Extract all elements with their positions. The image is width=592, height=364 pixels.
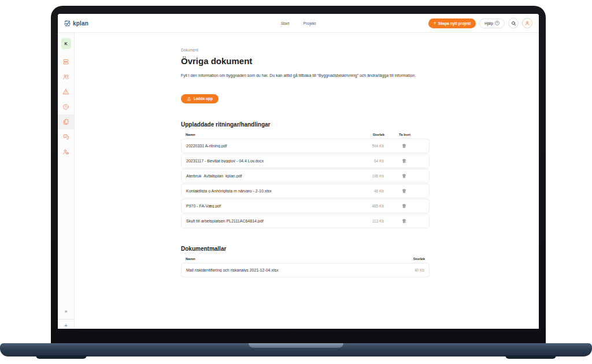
- file-name: 20231117 - Beviljat bygglov - 04.4 Lov.d…: [186, 159, 343, 163]
- templates-section-title: Dokumentmallar: [181, 246, 430, 252]
- plus-icon: +: [434, 21, 436, 26]
- help-button[interactable]: Hjälp ?: [479, 18, 505, 28]
- workspace-avatar[interactable]: K: [61, 38, 71, 49]
- upload-button[interactable]: Ladda upp: [181, 94, 219, 103]
- file-name: Kontaktlista o Anhöriglista m närvaro - …: [186, 189, 343, 193]
- laptop-lid-notch: [249, 343, 343, 348]
- upload-button-label: Ladda upp: [194, 96, 213, 101]
- templates-table: Namn Storlek Mall riskidentifiering och …: [181, 254, 430, 277]
- file-name: Mall riskidentifiering och riskanalys 20…: [186, 268, 384, 272]
- table-row: P970 - FA-Væg.pdf 485 Kb: [181, 199, 430, 213]
- column-header-size: Storlek: [384, 257, 425, 261]
- create-project-button[interactable]: + Skapa nytt projekt: [428, 18, 476, 28]
- profile-icon: [524, 20, 530, 26]
- chat-icon: [62, 133, 69, 140]
- overview-icon: [62, 58, 69, 65]
- kplan-logo-icon: [64, 20, 71, 27]
- sidebar-expand-button[interactable]: »: [64, 309, 67, 319]
- time-icon: [62, 103, 69, 110]
- delete-file-button[interactable]: [402, 218, 406, 224]
- trash-icon: [402, 143, 406, 148]
- sidebar-item-team[interactable]: [58, 69, 74, 84]
- sidebar-item-time[interactable]: [58, 99, 74, 114]
- search-button[interactable]: [508, 18, 519, 28]
- table-row: 20231117 - Beviljat bygglov - 04.4 Lov.d…: [181, 154, 430, 168]
- laptop-lid: kplan Start Projekt + Skapa nytt projekt…: [51, 6, 546, 344]
- trash-icon: [402, 218, 406, 224]
- file-size: 64 Kb: [343, 159, 384, 163]
- delete-file-button[interactable]: [402, 203, 406, 209]
- delete-file-button[interactable]: [402, 188, 406, 194]
- sidebar-item-documents[interactable]: [58, 114, 74, 129]
- file-size: 594 Kb: [343, 144, 384, 148]
- help-label: Hjälp: [484, 21, 493, 25]
- file-size: 46 Kb: [343, 189, 384, 193]
- uploaded-section-title: Uppladdade ritningar/handlingar: [181, 121, 430, 128]
- page-description: Fyll i den information om byggnaden som …: [181, 73, 430, 77]
- breadcrumb[interactable]: Dokument: [181, 48, 430, 52]
- column-header-name: Namn: [186, 257, 384, 261]
- app-body: K: [58, 33, 539, 329]
- file-name: 20220331 A-ritning.pdf: [186, 144, 343, 148]
- table-row: 20220331 A-ritning.pdf 594 Kb: [181, 139, 430, 153]
- table-row: Kontaktlista o Anhöriglista m närvaro - …: [181, 184, 430, 198]
- file-size: 196 Kb: [343, 174, 384, 178]
- delete-file-button[interactable]: [402, 158, 406, 164]
- laptop-screen: kplan Start Projekt + Skapa nytt projekt…: [58, 14, 539, 329]
- table-row: Aterbruk_Avfallsplan_kplan.pdf 196 Kb: [181, 169, 430, 183]
- templates-table-header: Namn Storlek: [181, 254, 430, 263]
- table-row: Skylt till arbetsplatsen PL2111AC64814.p…: [181, 214, 430, 228]
- laptop-foot-right: [505, 355, 556, 359]
- trash-icon: [402, 158, 406, 164]
- templates-section: Dokumentmallar Namn Storlek Mall riskide…: [181, 246, 430, 277]
- contacts-icon: [62, 148, 69, 155]
- uploaded-table-header: Namn Storlek Ta bort: [181, 130, 430, 139]
- content-column: Dokument Övriga dokument Fyll i den info…: [181, 48, 430, 277]
- sidebar-item-chat[interactable]: [58, 129, 74, 144]
- file-size: 113 Kb: [343, 219, 384, 223]
- file-size: 40 Kb: [384, 268, 424, 272]
- app-header: kplan Start Projekt + Skapa nytt projekt…: [58, 14, 539, 33]
- search-icon: [511, 21, 516, 26]
- warning-icon: [62, 88, 69, 95]
- sidebar: K: [58, 33, 75, 329]
- top-nav: Start Projekt: [281, 21, 316, 25]
- delete-file-button[interactable]: [402, 173, 406, 179]
- profile-button[interactable]: [522, 18, 532, 28]
- column-header-name: Namn: [186, 133, 344, 136]
- header-actions: + Skapa nytt projekt Hjälp ?: [428, 18, 532, 28]
- nav-start[interactable]: Start: [281, 21, 290, 25]
- create-project-label: Skapa nytt projekt: [438, 21, 471, 25]
- question-mark-icon: ?: [495, 21, 500, 25]
- upload-icon: [187, 96, 191, 101]
- sidebar-item-overview[interactable]: [58, 54, 74, 69]
- trash-icon: [402, 203, 406, 209]
- uploaded-table: Namn Storlek Ta bort 20220331 A-ritning.…: [181, 130, 430, 228]
- laptop-foot-left: [36, 355, 87, 359]
- file-name: Aterbruk_Avfallsplan_kplan.pdf: [186, 174, 343, 178]
- brand-name: kplan: [73, 20, 88, 27]
- laptop-base: [0, 343, 592, 356]
- trash-icon: [402, 173, 406, 179]
- file-name: Skylt till arbetsplatsen PL2111AC64814.p…: [186, 219, 343, 223]
- sidebar-item-warnings[interactable]: [58, 84, 74, 99]
- sidebar-item-contacts[interactable]: [58, 144, 74, 159]
- team-icon: [62, 73, 69, 80]
- brand-logo[interactable]: kplan: [64, 20, 88, 27]
- delete-file-button[interactable]: [402, 143, 406, 148]
- trash-icon: [402, 188, 406, 194]
- main-area: Dokument Övriga dokument Fyll i den info…: [75, 33, 539, 329]
- documents-icon: [62, 118, 69, 125]
- column-header-delete: Ta bort: [384, 133, 425, 136]
- table-row: Mall riskidentifiering och riskanalys 20…: [181, 263, 430, 277]
- sidebar-add-button[interactable]: +: [64, 320, 68, 329]
- file-name: P970 - FA-Væg.pdf: [186, 204, 343, 208]
- uploaded-section: Uppladdade ritningar/handlingar Namn Sto…: [181, 121, 430, 228]
- column-header-size: Storlek: [344, 133, 384, 136]
- page-title: Övriga dokument: [181, 57, 430, 66]
- file-size: 485 Kb: [343, 204, 384, 208]
- nav-projekt[interactable]: Projekt: [304, 21, 316, 25]
